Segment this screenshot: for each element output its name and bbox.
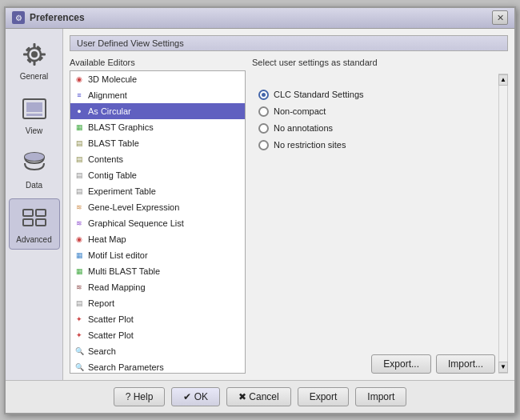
list-item-contig-table[interactable]: ▤ Contig Table [70, 167, 245, 183]
list-item-blast-graphics[interactable]: ▦ BLAST Graphics [70, 119, 245, 135]
list-item-scatter-1[interactable]: ✦ Scatter Plot [70, 311, 245, 327]
close-button[interactable]: ✕ [492, 10, 508, 25]
svg-rect-5 [41, 54, 46, 56]
sidebar-label-view: View [26, 126, 43, 135]
advanced-icon [20, 203, 49, 232]
sidebar-label-general: General [20, 72, 49, 81]
main-body: General View [6, 29, 514, 380]
experiment-icon: ▤ [74, 186, 85, 197]
list-item-experiment[interactable]: ▤ Experiment Table [70, 183, 245, 199]
sidebar-item-view[interactable]: View [9, 90, 60, 141]
sidebar: General View [6, 29, 63, 380]
list-item-alignment[interactable]: ≡ Alignment [70, 87, 245, 103]
blast-graphics-icon: ▦ [74, 122, 85, 133]
right-panel-label: Select user settings as standard [252, 58, 508, 67]
title-bar: ⚙ Preferences ✕ [6, 8, 514, 29]
list-item-as-circular[interactable]: ● As Circular [70, 103, 245, 119]
svg-rect-4 [23, 54, 28, 56]
sidebar-item-advanced[interactable]: Advanced [9, 198, 60, 250]
import-button[interactable]: Import [355, 387, 406, 406]
list-item-3d-molecule[interactable]: ◉ 3D Molecule [70, 71, 245, 87]
bottom-bar: ? Help ✔ OK ✖ Cancel Export Import [6, 380, 514, 413]
list-item-motif[interactable]: ▦ Motif List editor [70, 247, 245, 263]
svg-rect-3 [33, 61, 35, 66]
svg-rect-12 [26, 114, 42, 116]
view-icon [20, 94, 49, 123]
item-label-report: Report [88, 298, 114, 308]
item-label-read-mapping: Read Mapping [88, 282, 146, 292]
list-item-read-mapping[interactable]: ≋ Read Mapping [70, 279, 245, 295]
item-label-search-params: Search Parameters [88, 362, 164, 372]
item-label-experiment: Experiment Table [88, 186, 156, 196]
radio-no-annotations[interactable]: No annotations [258, 123, 495, 134]
radio-non-compact[interactable]: Non-compact [258, 106, 495, 117]
left-panel: Available Editors ◉ 3D Molecule ≡ Alignm… [70, 58, 246, 374]
radio-no-restriction-label: No restriction sites [274, 140, 346, 150]
list-item-graphical-seq[interactable]: ≋ Graphical Sequence List [70, 215, 245, 231]
graphical-icon: ≋ [74, 218, 85, 229]
item-label-circular: As Circular [88, 106, 131, 116]
molecule-icon: ◉ [74, 74, 85, 85]
scatter2-icon: ✦ [74, 330, 85, 341]
item-label-scatter-1: Scatter Plot [88, 314, 134, 324]
scroll-up-arrow[interactable]: ▲ [498, 74, 508, 86]
contig-icon: ▤ [74, 170, 85, 181]
left-panel-label: Available Editors [70, 58, 246, 67]
list-item-multi-blast[interactable]: ▦ Multi BLAST Table [70, 263, 245, 279]
right-scrollbar[interactable]: ▲ ▼ [498, 74, 508, 374]
export-button[interactable]: Export [298, 387, 350, 406]
list-item-scatter-2[interactable]: ✦ Scatter Plot [70, 327, 245, 343]
item-label-multi-blast: Multi BLAST Table [88, 266, 160, 276]
contents-icon: ▤ [74, 154, 85, 165]
list-item-search[interactable]: 🔍 Search [70, 343, 245, 359]
radio-clc-standard-circle [258, 90, 269, 100]
title-bar-left: ⚙ Preferences [12, 11, 85, 24]
radio-no-restriction[interactable]: No restriction sites [258, 140, 495, 150]
sidebar-item-data[interactable]: Data [9, 144, 60, 195]
svg-rect-17 [23, 219, 33, 226]
item-label-graphical: Graphical Sequence List [88, 218, 184, 228]
radio-non-compact-label: Non-compact [274, 106, 326, 116]
sidebar-item-general[interactable]: General [9, 35, 60, 86]
read-mapping-icon: ≋ [74, 282, 85, 293]
list-item-blast-table[interactable]: ▤ BLAST Table [70, 135, 245, 151]
list-item-search-params[interactable]: 🔍 Search Parameters [70, 359, 245, 374]
svg-rect-11 [26, 102, 42, 112]
radio-group: CLC Standard Settings Non-compact No ann… [252, 90, 495, 150]
data-icon [20, 149, 49, 178]
import-panel-button[interactable]: Import... [436, 354, 495, 374]
svg-rect-15 [23, 210, 33, 216]
alignment-icon: ≡ [74, 90, 85, 101]
list-item-report[interactable]: ▤ Report [70, 295, 245, 311]
item-label-alignment: Alignment [88, 90, 127, 100]
two-panel: Available Editors ◉ 3D Molecule ≡ Alignm… [70, 58, 508, 374]
scroll-down-arrow[interactable]: ▼ [498, 362, 508, 373]
ok-button[interactable]: ✔ OK [171, 387, 220, 406]
circular-icon: ● [74, 106, 85, 117]
radio-clc-standard-label: CLC Standard Settings [274, 90, 364, 99]
export-panel-button[interactable]: Export... [371, 354, 431, 374]
item-label-blast-graphics: BLAST Graphics [88, 122, 154, 132]
content-area: User Defined View Settings Available Edi… [63, 29, 514, 380]
panel-buttons: Export... Import... [252, 354, 495, 374]
item-label-gene: Gene-Level Expression [88, 202, 179, 212]
cancel-button[interactable]: ✖ Cancel [226, 387, 291, 406]
svg-rect-16 [36, 210, 46, 216]
item-label-contents: Contents [88, 154, 123, 164]
radio-non-compact-circle [258, 106, 269, 117]
radio-clc-standard[interactable]: CLC Standard Settings [258, 90, 495, 100]
editor-list[interactable]: ◉ 3D Molecule ≡ Alignment ● As Circular [70, 70, 246, 374]
item-label-scatter-2: Scatter Plot [88, 330, 134, 340]
radio-no-restriction-circle [258, 140, 269, 150]
section-title: User Defined View Settings [70, 35, 508, 51]
search-icon: 🔍 [74, 346, 85, 357]
help-button[interactable]: ? Help [114, 387, 166, 406]
list-item-gene-level[interactable]: ≋ Gene-Level Expression [70, 199, 245, 215]
radio-no-annotations-circle [258, 123, 269, 134]
right-scroll-area: CLC Standard Settings Non-compact No ann… [252, 74, 508, 374]
right-area: CLC Standard Settings Non-compact No ann… [252, 74, 495, 374]
list-item-heat-map[interactable]: ◉ Heat Map [70, 231, 245, 247]
list-item-contents[interactable]: ▤ Contents [70, 151, 245, 167]
report-icon: ▤ [74, 298, 85, 309]
search-params-icon: 🔍 [74, 362, 85, 373]
